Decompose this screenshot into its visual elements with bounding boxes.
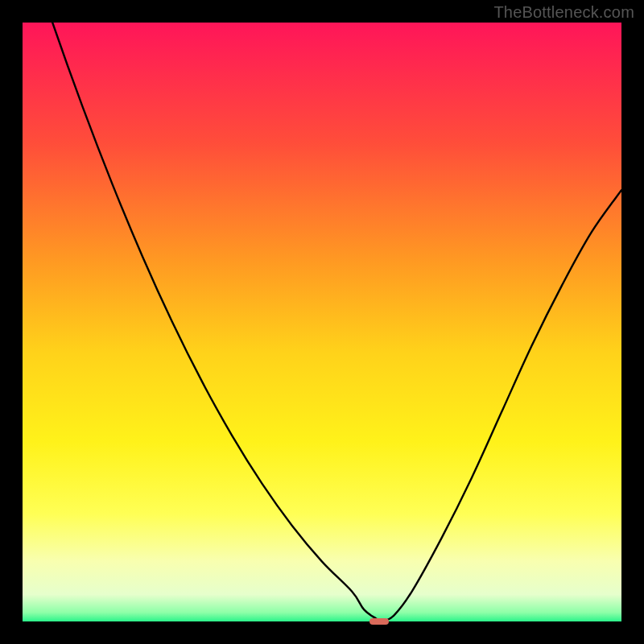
plot-frame bbox=[23, 23, 621, 621]
watermark-text: TheBottleneck.com bbox=[493, 3, 634, 22]
optimal-point-marker bbox=[369, 618, 389, 625]
chart-container: TheBottleneck.com bbox=[0, 0, 644, 644]
gradient-background bbox=[23, 23, 621, 621]
plot-svg bbox=[23, 23, 621, 621]
